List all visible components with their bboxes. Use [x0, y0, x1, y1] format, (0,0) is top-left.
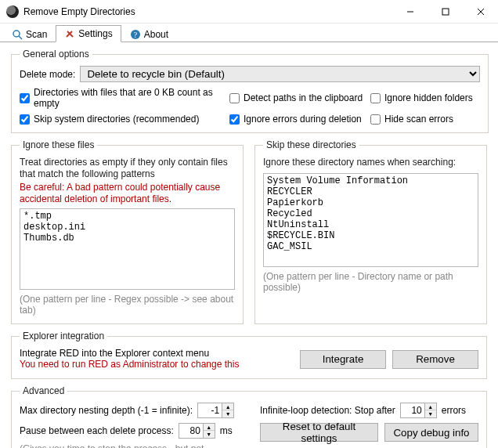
explorer-desc: Integrate RED into the Explorer context … [20, 348, 289, 359]
checkbox-ignore-errors[interactable]: Ignore errors during deletion [229, 114, 370, 125]
window-title: Remove Empty Directories [23, 6, 392, 17]
tab-settings[interactable]: Settings [56, 25, 121, 42]
legend-general: General options [20, 49, 92, 60]
skip-dirs-desc: Ignore these directory names when search… [263, 157, 478, 168]
app-icon [6, 5, 19, 18]
checkbox-hidden[interactable]: Ignore hidden folders [370, 92, 480, 103]
max-depth-input[interactable] [198, 403, 222, 417]
tools-icon [64, 28, 75, 39]
pause-note: (Gives you time to stop the process - bu… [20, 443, 238, 448]
checkbox-zerokb[interactable]: Directories with files that are 0 KB cou… [20, 87, 229, 109]
legend-ignore-files: Ignore these files [20, 139, 97, 150]
integrate-button[interactable]: Integrate [300, 350, 386, 369]
ignore-files-desc: Treat directories as empty if they only … [20, 157, 235, 180]
minimize-button[interactable] [392, 0, 428, 23]
checkbox-clipboard[interactable]: Detect paths in the clipboard [229, 92, 370, 103]
general-options-group: General options Delete mode: Delete to r… [11, 49, 489, 133]
legend-skip-dirs: Skip these directories [263, 139, 359, 150]
remove-button[interactable]: Remove [392, 350, 478, 369]
loop-unit: errors [442, 405, 466, 416]
tab-label: Scan [26, 29, 47, 40]
copy-debug-button[interactable]: Copy debug info [384, 423, 478, 442]
delete-mode-select[interactable]: Delete to recycle bin (Default) [80, 66, 480, 82]
explorer-warn: You need to run RED as Administrator to … [20, 359, 289, 370]
tab-label: About [144, 29, 168, 40]
spin-up-icon[interactable]: ▲ [425, 403, 436, 410]
ignore-files-hint: (One pattern per line - Regex possible -… [20, 294, 235, 316]
delete-mode-label: Delete mode: [20, 69, 75, 80]
advanced-group: Advanced Max directory nesting depth (-1… [11, 385, 487, 448]
pause-input[interactable] [179, 424, 203, 438]
skip-dirs-hint: (One pattern per line - Directory name o… [263, 271, 478, 293]
tab-scan[interactable]: Scan [3, 26, 56, 42]
svg-line-5 [19, 36, 22, 39]
spin-down-icon[interactable]: ▼ [204, 431, 215, 438]
checkbox-hide-errors[interactable]: Hide scan errors [370, 114, 480, 125]
close-button[interactable] [463, 0, 498, 23]
pause-unit: ms [220, 425, 233, 436]
ignore-files-warn: Be careful: A bad pattern could potentia… [20, 182, 235, 205]
window-titlebar: Remove Empty Directories [0, 0, 498, 23]
legend-explorer: Explorer integration [20, 331, 107, 341]
legend-advanced: Advanced [20, 385, 67, 396]
skip-dirs-textarea[interactable]: System Volume Information RECYCLER Papie… [263, 173, 478, 267]
loop-input[interactable] [401, 403, 424, 417]
loop-spinner[interactable]: ▲▼ [400, 403, 437, 418]
pause-spinner[interactable]: ▲▼ [179, 423, 215, 439]
tab-label: Settings [78, 28, 112, 39]
svg-rect-1 [442, 9, 449, 15]
loop-label: Infinite-loop detection: Stop after [260, 405, 395, 416]
ignore-files-group: Ignore these files Treat directories as … [11, 139, 244, 324]
svg-point-4 [13, 31, 20, 37]
ignore-files-textarea[interactable]: *.tmp desktop.ini Thumbs.db [20, 208, 235, 290]
max-depth-label: Max directory nesting depth (-1 = infini… [20, 405, 193, 416]
explorer-integration-group: Explorer integration Integrate RED into … [11, 331, 487, 379]
checkbox-skipsys[interactable]: Skip system directories (recommended) [20, 114, 229, 125]
svg-text:?: ? [133, 31, 137, 39]
max-depth-spinner[interactable]: ▲▼ [197, 403, 234, 418]
magnifier-icon [12, 29, 23, 40]
spin-up-icon[interactable]: ▲ [222, 403, 233, 410]
window-controls [392, 0, 498, 23]
spin-up-icon[interactable]: ▲ [204, 424, 215, 431]
help-icon: ? [130, 29, 141, 40]
maximize-button[interactable] [428, 0, 463, 23]
tab-about[interactable]: ? About [121, 26, 177, 42]
skip-dirs-group: Skip these directories Ignore these dire… [254, 139, 487, 324]
spin-down-icon[interactable]: ▼ [222, 410, 233, 417]
main-tabs: Scan Settings ? About [0, 23, 498, 42]
pause-label: Pause between each delete process: [20, 425, 174, 436]
reset-defaults-button[interactable]: Reset to default settings [260, 423, 378, 442]
spin-down-icon[interactable]: ▼ [425, 410, 436, 417]
